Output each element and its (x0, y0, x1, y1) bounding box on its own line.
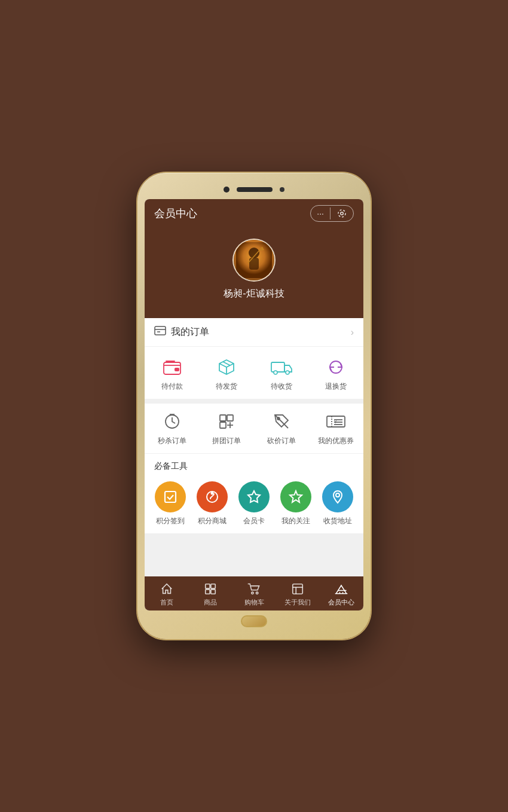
order-tab-pending-ship[interactable]: 待发货 (200, 356, 255, 392)
scan-button[interactable] (330, 206, 353, 221)
refresh-icon (327, 356, 345, 378)
member-icon (334, 581, 348, 597)
front-camera-icon (224, 187, 229, 193)
header-section: 会员中心 ··· (145, 199, 363, 318)
svg-rect-33 (165, 492, 176, 502)
orders-title: 我的订单 (171, 326, 209, 338)
truck-icon (271, 356, 292, 378)
svg-rect-11 (175, 368, 179, 371)
products-icon (204, 581, 217, 597)
tool-coupons[interactable]: ¥ 我的优惠券 (309, 411, 364, 446)
orders-header-left: 我的订单 (154, 325, 209, 339)
order-tabs: 待付款 待发货 (145, 347, 363, 399)
nav-home-label: 首页 (160, 598, 173, 607)
phone-shell: 会员中心 ··· (137, 173, 371, 639)
essential-favorites-label: 我的关注 (281, 516, 310, 526)
home-button[interactable] (241, 615, 267, 627)
order-tab-pending-ship-label: 待发货 (216, 381, 237, 392)
header-actions: ··· (310, 205, 354, 222)
tool-seckill-label: 秒杀订单 (158, 436, 186, 446)
clock-icon (163, 411, 181, 432)
svg-point-1 (338, 210, 345, 217)
essential-member-card-label: 会员卡 (243, 516, 265, 526)
essential-member-card[interactable]: 会员卡 (238, 481, 270, 526)
svg-rect-39 (206, 584, 210, 588)
svg-point-43 (252, 592, 253, 594)
favorites-circle (280, 481, 311, 512)
nav-cart[interactable]: 购物车 (232, 576, 276, 610)
essential-address-label: 收货地址 (323, 516, 352, 526)
phone-bottom (145, 610, 363, 632)
nav-member[interactable]: 会员中心 (320, 576, 363, 610)
username: 杨昶-炬诚科技 (224, 288, 284, 300)
svg-point-16 (274, 371, 277, 374)
tools-grid: 秒杀订单 拼团订单 (145, 404, 363, 454)
essential-points-mall[interactable]: 积分商城 (197, 481, 228, 526)
orders-section: 我的订单 › (145, 318, 363, 399)
svg-point-26 (277, 417, 280, 420)
svg-marker-36 (248, 491, 260, 502)
bottom-nav: 首页 商品 (145, 576, 363, 610)
order-tab-pending-pay-label: 待付款 (161, 381, 183, 392)
member-card-circle (238, 481, 270, 512)
speaker-icon (237, 187, 273, 192)
avatar[interactable] (232, 239, 276, 282)
tool-seckill[interactable]: 秒杀订单 (145, 411, 200, 446)
svg-rect-22 (220, 422, 226, 428)
svg-line-25 (275, 415, 288, 428)
home-icon (160, 581, 173, 597)
nav-products-label: 商品 (204, 598, 217, 607)
nav-products[interactable]: 商品 (188, 576, 232, 610)
svg-rect-41 (206, 590, 210, 594)
nav-member-label: 会员中心 (328, 598, 354, 607)
svg-point-44 (256, 592, 258, 594)
svg-rect-20 (220, 415, 226, 421)
essential-checkin[interactable]: 积分签到 (155, 481, 186, 526)
essential-address[interactable]: 收货地址 (322, 481, 353, 526)
header-top: 会员中心 ··· (145, 199, 363, 227)
address-circle (322, 481, 353, 512)
svg-rect-7 (155, 326, 166, 335)
essential-points-mall-label: 积分商城 (198, 516, 227, 526)
essential-grid: 积分签到 积分商城 (145, 474, 363, 533)
quick-tools-section: 秒杀订单 拼团订单 (145, 404, 363, 533)
phone-screen: 会员中心 ··· (145, 199, 363, 610)
tool-bargain[interactable]: 砍价订单 (254, 411, 309, 446)
svg-line-14 (223, 362, 230, 365)
svg-point-17 (286, 371, 289, 374)
order-tab-returns[interactable]: 退换货 (309, 356, 364, 392)
coupon-icon: ¥ (326, 411, 346, 432)
about-icon (291, 581, 304, 597)
order-tab-pending-receive-label: 待收货 (271, 381, 292, 392)
box-icon (218, 356, 235, 378)
svg-rect-15 (271, 362, 284, 372)
tool-coupons-label: 我的优惠券 (318, 436, 354, 446)
nav-about[interactable]: 关于我们 (276, 576, 320, 610)
content-area[interactable]: 我的订单 › (145, 318, 363, 576)
svg-rect-42 (211, 590, 215, 594)
tool-group[interactable]: 拼团订单 (200, 411, 255, 446)
phone-top-bar (145, 180, 363, 199)
profile-section: 杨昶-炬诚科技 (145, 227, 363, 318)
order-tab-pending-pay[interactable]: 待付款 (145, 356, 200, 392)
cart-icon (247, 581, 261, 597)
spacer (145, 538, 363, 550)
essential-section-label: 必备工具 (145, 454, 363, 474)
more-button[interactable]: ··· (311, 206, 330, 221)
nav-cart-label: 购物车 (244, 598, 264, 607)
wallet-icon (163, 356, 182, 378)
checkin-circle (155, 481, 186, 512)
orders-header[interactable]: 我的订单 › (145, 318, 363, 347)
nav-home[interactable]: 首页 (145, 576, 188, 610)
svg-rect-40 (211, 584, 215, 588)
tool-bargain-label: 砍价订单 (267, 436, 296, 446)
svg-point-35 (212, 493, 213, 494)
essential-favorites[interactable]: 我的关注 (280, 481, 311, 526)
tool-group-label: 拼团订单 (212, 436, 241, 446)
svg-point-0 (341, 212, 344, 215)
orders-chevron: › (351, 327, 354, 338)
order-tab-pending-receive[interactable]: 待收货 (254, 356, 309, 392)
nav-about-label: 关于我们 (284, 598, 311, 607)
tag-icon (273, 411, 290, 432)
svg-rect-45 (293, 584, 303, 594)
